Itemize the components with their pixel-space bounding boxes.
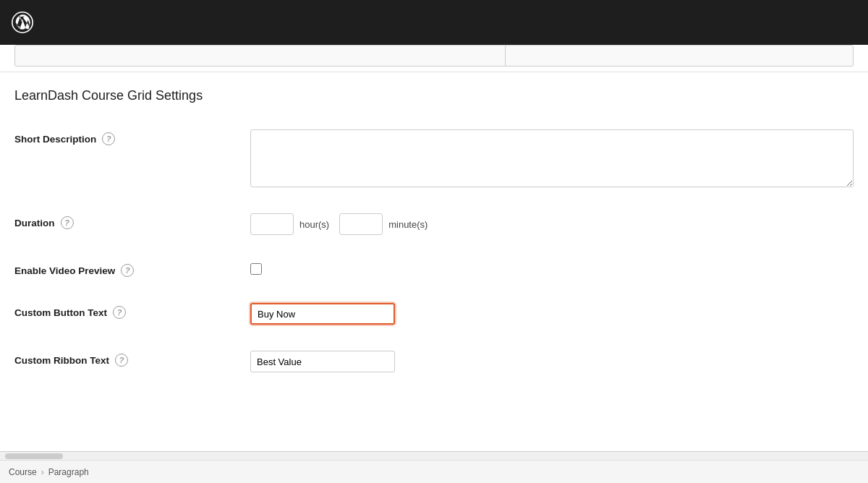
duration-label-col: Duration ? xyxy=(14,213,239,229)
breadcrumb: Course › Paragraph xyxy=(9,467,89,477)
main-content: Page 1 of 1 LearnDash Course Grid Settin… xyxy=(0,45,868,451)
custom-button-text-help-icon[interactable]: ? xyxy=(113,306,126,319)
custom-button-text-input[interactable] xyxy=(250,303,395,325)
top-bar xyxy=(0,0,868,45)
short-description-textarea[interactable] xyxy=(250,129,854,187)
settings-form: Short Description ? Duration ? hour(s) m… xyxy=(0,116,868,451)
section-title: LearnDash Course Grid Settings xyxy=(0,72,868,116)
scrollbar-area[interactable] xyxy=(0,451,868,460)
short-description-label: Short Description xyxy=(14,134,96,145)
duration-minutes-input[interactable] xyxy=(339,213,383,235)
enable-video-preview-label-col: Enable Video Preview ? xyxy=(14,261,239,277)
short-description-label-col: Short Description ? xyxy=(14,129,239,145)
short-description-help-icon[interactable]: ? xyxy=(102,132,115,145)
short-description-control xyxy=(250,129,854,187)
breadcrumb-item-paragraph: Paragraph xyxy=(48,467,89,477)
short-description-row: Short Description ? xyxy=(14,116,854,200)
custom-ribbon-text-label: Custom Ribbon Text xyxy=(14,355,109,366)
enable-video-preview-checkbox[interactable] xyxy=(250,263,262,275)
duration-row: Duration ? hour(s) minute(s) xyxy=(14,200,854,248)
custom-button-text-label: Custom Button Text xyxy=(14,307,107,318)
duration-help-icon[interactable]: ? xyxy=(61,216,74,229)
pagination-text: Page 1 of 1 xyxy=(410,54,459,64)
enable-video-preview-row: Enable Video Preview ? xyxy=(14,248,854,290)
breadcrumb-item-course: Course xyxy=(9,467,37,477)
duration-minutes-label: minute(s) xyxy=(388,219,427,230)
custom-button-text-row: Custom Button Text ? xyxy=(14,290,854,338)
duration-control: hour(s) minute(s) xyxy=(250,213,854,235)
custom-ribbon-text-input[interactable] xyxy=(250,351,395,372)
custom-button-text-control xyxy=(250,303,854,325)
enable-video-preview-help-icon[interactable]: ? xyxy=(121,264,134,277)
bottom-bar: Course › Paragraph xyxy=(0,460,868,483)
custom-button-text-label-col: Custom Button Text ? xyxy=(14,303,239,319)
duration-label: Duration xyxy=(14,218,55,228)
enable-video-preview-control xyxy=(250,261,854,275)
custom-ribbon-text-row: Custom Ribbon Text ? xyxy=(14,338,854,385)
enable-video-preview-label: Enable Video Preview xyxy=(14,265,115,276)
duration-group: hour(s) minute(s) xyxy=(250,213,432,235)
custom-ribbon-text-label-col: Custom Ribbon Text ? xyxy=(14,351,239,367)
scrollbar-thumb[interactable] xyxy=(5,453,63,459)
wordpress-logo[interactable] xyxy=(9,9,36,36)
custom-ribbon-text-control xyxy=(250,351,854,372)
duration-hours-input[interactable] xyxy=(250,213,294,235)
breadcrumb-separator: › xyxy=(41,467,44,477)
custom-ribbon-text-help-icon[interactable]: ? xyxy=(115,354,128,367)
pagination-row: Page 1 of 1 xyxy=(0,45,868,72)
duration-hours-label: hour(s) xyxy=(299,219,329,230)
